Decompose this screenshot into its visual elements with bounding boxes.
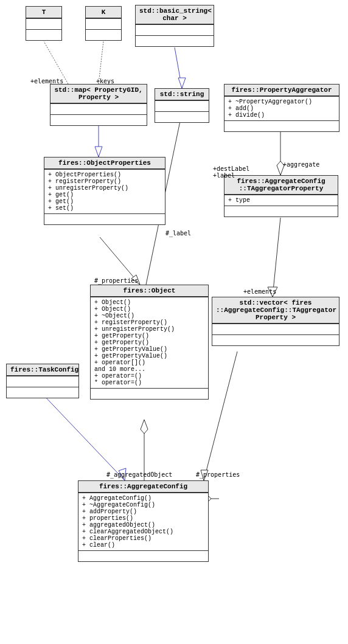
box-object-header: fires::Object [91, 285, 208, 297]
box-property-aggregator-header: fires::PropertyAggregator [224, 85, 339, 96]
box-K-section1 [86, 18, 121, 29]
label-hash-properties2: #_properties [196, 471, 240, 478]
box-T-section2 [26, 29, 61, 40]
box-stdmap: std::map< PropertyGID,Property > [50, 84, 147, 126]
box-stdstring-section2 [155, 111, 209, 122]
box-property-aggregator-methods: + ~PropertyAggregator()+ add()+ divide() [224, 96, 339, 120]
box-stdstring-section1 [155, 100, 209, 111]
box-basic-string-section1 [136, 24, 214, 35]
box-T-section1 [26, 18, 61, 29]
box-stdmap-section1 [50, 103, 147, 114]
box-task-config-header: fires::TaskConfig [7, 364, 78, 376]
box-aggregate-config-header: fires::AggregateConfig [78, 481, 208, 493]
label-aggregate: +aggregate [283, 161, 319, 168]
box-aggregate-config-section2 [78, 550, 208, 561]
box-aggregate-config-methods: + AggregateConfig() + ~AggregateConfig()… [78, 493, 208, 550]
box-K-header: K [86, 7, 121, 18]
box-task-config-section1 [7, 376, 78, 387]
box-stdmap-section2 [50, 114, 147, 125]
box-T: T [26, 6, 62, 41]
box-basic-string-section2 [136, 35, 214, 46]
box-object-properties: fires::ObjectProperties + ObjectProperti… [44, 157, 165, 225]
label-destlabel: +destLabel+label [213, 165, 249, 179]
label-hash-aggregated-object: #_aggregatedObject [106, 471, 172, 478]
box-stdvector-header: std::vector< fires::AggregateConfig::TAg… [212, 297, 339, 324]
box-property-aggregator: fires::PropertyAggregator + ~PropertyAgg… [224, 84, 339, 132]
box-property-aggregator-section2 [224, 120, 339, 131]
box-stdvector-section1 [212, 324, 339, 334]
label-hash-label: #_label [165, 230, 191, 237]
svg-line-13 [43, 394, 125, 480]
box-aggregate-config: fires::AggregateConfig + AggregateConfig… [78, 480, 209, 562]
label-hash-properties1: #_properties [94, 277, 138, 284]
box-stdvector: std::vector< fires::AggregateConfig::TAg… [212, 297, 339, 346]
svg-marker-16 [141, 420, 148, 434]
box-stdstring-header: std::string [155, 89, 209, 100]
box-stdvector-section2 [212, 334, 339, 345]
svg-line-11 [273, 218, 280, 297]
box-taggregator-property-fields: + type [224, 195, 338, 206]
label-plus-elements: +elements [243, 288, 276, 295]
box-object: fires::Object + Object() + Object() + ~O… [90, 285, 209, 400]
box-object-methods: + Object() + Object() + ~Object() + regi… [91, 297, 208, 388]
box-object-properties-methods: + ObjectProperties() + registerProperty(… [44, 169, 165, 213]
box-object-properties-section2 [44, 213, 165, 224]
box-stdstring: std::string [155, 88, 209, 123]
svg-line-17 [204, 351, 237, 480]
svg-marker-5 [95, 147, 102, 157]
box-taggregator-property-section2 [224, 206, 338, 216]
box-stdmap-header: std::map< PropertyGID,Property > [50, 85, 147, 103]
box-object-properties-header: fires::ObjectProperties [44, 158, 165, 169]
box-task-config-section2 [7, 387, 78, 398]
box-taggregator-property: fires::AggregateConfig::TAggregatorPrope… [224, 175, 338, 217]
box-K-section2 [86, 29, 121, 40]
label-keys: +keys [96, 78, 114, 85]
box-basic-string-header: std::basic_string<char > [136, 5, 214, 24]
box-T-header: T [26, 7, 61, 18]
svg-marker-3 [178, 78, 186, 88]
diagram-container: T K std::basic_string<char > std::map< P… [0, 0, 348, 644]
label-elements: +elements [30, 78, 63, 85]
box-K: K [85, 6, 122, 41]
box-task-config: fires::TaskConfig [6, 364, 79, 398]
svg-line-2 [175, 47, 182, 88]
box-object-section2 [91, 388, 208, 399]
box-basic-string: std::basic_string<char > [135, 5, 214, 47]
